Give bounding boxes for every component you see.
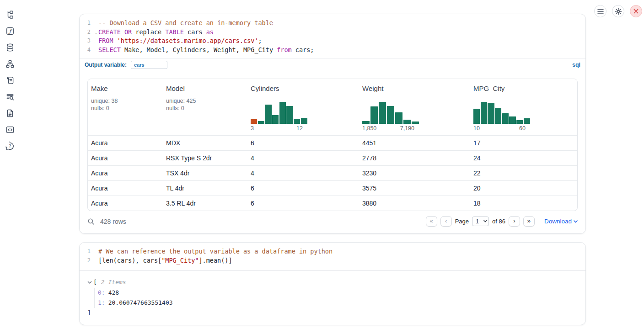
python-code-editor[interactable]: 1 # We can reference the output variable… — [80, 243, 585, 271]
logs-icon[interactable] — [5, 92, 15, 101]
help-icon[interactable]: ? — [5, 142, 15, 151]
code-line: 1 # We can reference the output variable… — [80, 247, 585, 256]
item-value: 428 — [108, 289, 119, 296]
python-comment: # We can reference the output variable a… — [98, 248, 333, 255]
line-number: 4 — [80, 46, 94, 55]
code-line: 3 FROM 'https://datasets.marimo.app/cars… — [80, 37, 585, 46]
hist-max-label: 12 — [296, 125, 303, 132]
column-header-make[interactable]: Make unique: 38 nulls: 0 — [88, 85, 163, 135]
svg-text:ƒ: ƒ — [8, 28, 12, 34]
line-number: 1 — [80, 19, 94, 28]
prev-page-button[interactable]: ‹ — [440, 216, 452, 227]
next-page-button[interactable]: › — [509, 216, 520, 227]
nulls-stat: nulls: 0 — [166, 105, 247, 112]
fold-chevron-icon[interactable]: ⌄ — [95, 28, 97, 37]
table-row[interactable]: Acura TL 4dr 6 3575 20 — [88, 180, 577, 196]
table-row[interactable]: Acura 3.5 RL 4dr 6 3880 18 — [88, 196, 577, 211]
python-string: "MPG_City" — [161, 257, 199, 264]
scratchpad-icon[interactable] — [5, 76, 15, 85]
language-badge: sql — [572, 62, 580, 68]
hist-min-label: 1,850 — [362, 125, 376, 132]
column-header-cylinders[interactable]: Cylinders 3 12 — [247, 85, 359, 135]
file-tree-icon[interactable] — [5, 10, 15, 19]
sql-cell: 1 -- Download a CSV and create an in-mem… — [79, 14, 586, 234]
function-icon[interactable]: ƒ — [5, 26, 15, 36]
left-sidebar: ƒ — [0, 0, 20, 333]
sql-comment: -- Download a CSV and create an in-memor… — [98, 19, 273, 26]
notebook-controls — [594, 5, 642, 17]
hist-max-label: 60 — [519, 125, 526, 132]
output-variable-row: Output variable: sql — [80, 58, 585, 71]
sql-code-editor[interactable]: 1 -- Download a CSV and create an in-mem… — [80, 14, 585, 58]
column-header-weight[interactable]: Weight 1,850 7,190 — [359, 85, 470, 135]
mpg-city-histogram[interactable] — [473, 102, 530, 124]
python-cell: 1 # We can reference the output variable… — [79, 242, 586, 325]
first-page-button[interactable]: « — [426, 216, 437, 227]
svg-text:?: ? — [9, 144, 11, 148]
table-row[interactable]: Acura RSX Type S 2dr 4 2778 24 — [88, 150, 577, 165]
weight-histogram[interactable] — [362, 102, 419, 124]
output-variable-input[interactable] — [131, 61, 167, 69]
collapse-chevron-icon[interactable] — [87, 281, 92, 284]
table-row[interactable]: Acura MDX 6 4451 17 — [88, 135, 577, 150]
table-header-row: Make unique: 38 nulls: 0 Model unique: 4… — [88, 79, 577, 135]
code-line: 2 [len(cars), cars["MPG_City"].mean()] — [80, 256, 585, 265]
python-output-tree: [ 2 Items 0:428 1:20.060747663551403 ] — [80, 271, 585, 318]
documentation-icon[interactable] — [5, 109, 15, 118]
hist-min-label: 3 — [251, 125, 254, 132]
chevron-down-icon — [574, 220, 578, 223]
line-number: 2 — [80, 256, 94, 265]
item-value: 20.060747663551403 — [108, 299, 173, 306]
table-footer: 428 rows « ‹ Page 1 of 86 › » Download — [80, 211, 585, 232]
items-count-label: 2 Items — [101, 277, 126, 287]
shutdown-button[interactable] — [630, 5, 642, 17]
code-line: 4 SELECT Make, Model, Cylinders, Weight,… — [80, 46, 585, 55]
output-variable-label: Output variable: — [85, 62, 127, 68]
column-header-model[interactable]: Model unique: 425 nulls: 0 — [163, 85, 247, 135]
settings-gear-button[interactable] — [612, 5, 624, 17]
line-number: 2⌄ — [80, 28, 94, 37]
row-count: 428 rows — [100, 218, 126, 225]
pagination: « ‹ Page 1 of 86 › » Download — [426, 216, 578, 227]
results-table: Make unique: 38 nulls: 0 Model unique: 4… — [87, 79, 578, 211]
download-button[interactable]: Download — [544, 218, 578, 225]
list-item: 1:20.060747663551403 — [98, 298, 585, 308]
item-key: 1: — [98, 299, 105, 306]
close-bracket: ] — [87, 308, 585, 318]
line-number: 3 — [80, 37, 94, 46]
line-number: 1 — [80, 247, 94, 256]
page-select[interactable]: 1 — [472, 217, 489, 226]
table-row[interactable]: Acura TSX 4dr 4 3230 22 — [88, 165, 577, 180]
column-header-mpg-city[interactable]: MPG_City 10 60 — [470, 85, 577, 135]
sql-string: 'https://datasets.marimo.app/cars.csv' — [117, 37, 258, 44]
cylinders-histogram[interactable] — [251, 102, 307, 124]
code-line: 2⌄ CREATE OR replace TABLE cars as — [80, 28, 585, 37]
page-label: Page — [455, 218, 469, 225]
open-bracket: [ — [93, 277, 97, 287]
unique-stat: unique: 38 — [91, 97, 163, 105]
unique-stat: unique: 425 — [166, 97, 247, 105]
nulls-stat: nulls: 0 — [91, 105, 163, 112]
last-page-button[interactable]: » — [523, 216, 535, 227]
list-item: 0:428 — [98, 288, 585, 298]
menu-button[interactable] — [594, 5, 606, 17]
search-icon[interactable] — [87, 218, 95, 225]
dependency-graph-icon[interactable] — [5, 59, 15, 69]
snippets-icon[interactable] — [5, 125, 15, 134]
hist-min-label: 10 — [473, 125, 480, 132]
page-of-label: of 86 — [492, 218, 505, 225]
code-line: 1 -- Download a CSV and create an in-mem… — [80, 19, 585, 28]
item-key: 0: — [98, 289, 105, 296]
hist-max-label: 7,190 — [400, 125, 414, 132]
database-icon[interactable] — [5, 43, 15, 52]
